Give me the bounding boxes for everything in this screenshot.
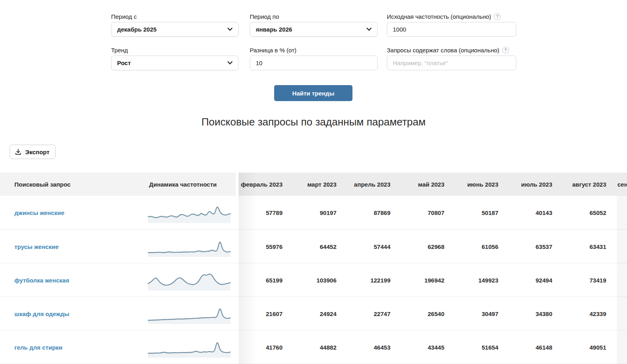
period-from-label: Период с [111, 13, 137, 20]
chevron-down-icon [227, 28, 233, 31]
contains-words-field [387, 56, 516, 70]
frequency-value: 55976 [239, 230, 293, 263]
export-button[interactable]: Экспорт [10, 145, 56, 159]
page-title: Поисковые запросы по заданным параметрам [0, 116, 627, 128]
chevron-down-icon [227, 61, 233, 65]
frequency-value: 24924 [293, 297, 346, 330]
contains-words-input[interactable] [393, 56, 510, 70]
column-header-month: июнь 2023 [454, 173, 508, 196]
frequency-value: 62968 [400, 230, 454, 263]
period-to-label: Период по [250, 13, 279, 20]
table-row: шкаф для одежды 21607 24924 22747 26540 … [0, 296, 627, 330]
frequency-value: 103906 [293, 263, 346, 297]
column-header-month: март 2023 [293, 173, 346, 196]
column-header-query: Поисковый запрос [14, 173, 71, 196]
frequency-value [616, 263, 627, 297]
frequency-sparkline [148, 236, 231, 257]
frequency-value: 122199 [346, 263, 400, 297]
frequency-value: 65199 [239, 263, 293, 297]
frequency-value [616, 297, 627, 330]
help-question-icon[interactable]: ? [502, 47, 509, 54]
contains-words-label: Запросы содержат слова (опционально) ? [387, 47, 509, 54]
frequency-value: 40143 [508, 196, 562, 229]
query-link[interactable]: гель для стирки [14, 330, 62, 364]
frequency-value: 57444 [346, 230, 400, 263]
frequency-value: 149923 [454, 263, 508, 297]
frequency-value: 41760 [239, 330, 293, 364]
column-header-month: февраль 2023 [239, 173, 293, 196]
frequency-value: 64452 [293, 230, 346, 263]
diff-percent-field [250, 56, 378, 70]
column-header-month: август 2023 [562, 173, 616, 196]
column-header-month: май 2023 [400, 173, 454, 196]
diff-percent-label: Разница в % (от) [250, 47, 297, 54]
frequency-value: 30497 [454, 297, 508, 330]
frequency-value: 65052 [562, 196, 616, 229]
frequency-value: 22747 [346, 297, 400, 330]
frequency-sparkline [148, 270, 231, 290]
frequency-value: 21607 [239, 297, 293, 330]
column-header-month: июль 2023 [508, 173, 562, 196]
help-question-icon[interactable]: ? [494, 13, 501, 20]
download-icon [14, 148, 22, 156]
column-header-dynamics: Динамика частотности [149, 173, 217, 196]
frequency-sparkline [148, 337, 231, 358]
frequency-value: 57789 [239, 196, 293, 229]
frequency-value: 43445 [400, 330, 454, 364]
frequency-value: 44882 [293, 330, 346, 364]
table-row: футболка женская 65199 103906 122199 196… [0, 263, 627, 296]
period-from-select[interactable]: декабрь 2025 [111, 22, 239, 37]
period-from-value: декабрь 2025 [117, 26, 157, 33]
column-header-month: апрель 2023 [346, 173, 400, 196]
find-trends-button[interactable]: Найти тренды [274, 85, 352, 101]
frequency-value: 90197 [293, 196, 346, 229]
period-to-value: январь 2026 [256, 26, 292, 33]
trend-value: Рост [117, 60, 131, 66]
month-header-row: февраль 2023 март 2023 апрель 2023 май 2… [236, 173, 627, 196]
results-table: Поисковый запрос Динамика частотности фе… [0, 173, 627, 364]
frequency-value: 42339 [562, 297, 616, 330]
base-frequency-field [387, 22, 516, 37]
query-link[interactable]: джинсы женские [14, 196, 64, 229]
frequency-value: 46453 [346, 330, 400, 364]
frequency-value: 34380 [508, 297, 562, 330]
trend-select[interactable]: Рост [111, 56, 239, 70]
frequency-value [616, 330, 627, 364]
table-row: гель для стирки 41760 44882 46453 43445 … [0, 330, 627, 364]
frequency-value: 26540 [400, 297, 454, 330]
frequency-value: 92494 [508, 263, 562, 297]
frequency-sparkline [148, 202, 231, 223]
base-frequency-label: Исходная частотность (опционально) ? [387, 13, 501, 20]
chevron-down-icon [366, 28, 372, 31]
frequency-value: 61056 [454, 230, 508, 263]
table-row: джинсы женские 57789 90197 87869 70807 5… [0, 196, 627, 229]
frequency-value: 70807 [400, 196, 454, 229]
period-to-select[interactable]: январь 2026 [250, 22, 378, 37]
query-link[interactable]: шкаф для одежды [14, 297, 69, 330]
frequency-value: 63537 [508, 230, 562, 263]
frequency-value: 50187 [454, 196, 508, 229]
export-label: Экспорт [25, 149, 50, 155]
frequency-value: 63431 [562, 230, 616, 263]
query-link[interactable]: трусы женские [14, 230, 59, 263]
frequency-value: 46148 [508, 330, 562, 364]
frequency-value: 49051 [562, 330, 616, 364]
trend-label: Тренд [111, 47, 128, 54]
frequency-value: 87869 [346, 196, 400, 229]
table-row: трусы женские 55976 64452 57444 62968 61… [0, 229, 627, 263]
frequency-value [616, 230, 627, 263]
frequency-value [616, 196, 627, 229]
column-header-month: сентябрь 2023 [616, 173, 627, 196]
diff-percent-input[interactable] [256, 56, 372, 70]
frequency-sparkline [148, 303, 231, 324]
frequency-value: 73419 [562, 263, 616, 297]
query-link[interactable]: футболка женская [14, 263, 69, 297]
frequency-value: 51654 [454, 330, 508, 364]
base-frequency-input[interactable] [393, 22, 510, 36]
frequency-value: 196942 [400, 263, 454, 297]
